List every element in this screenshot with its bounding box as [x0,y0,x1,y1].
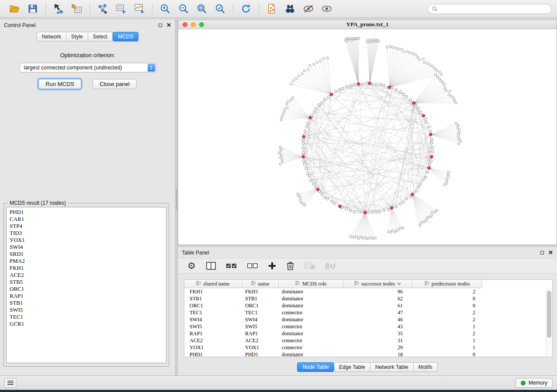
mcds-node-item[interactable]: ACE2 [10,272,163,279]
cell-predecessor-nodes: 1 [412,344,482,351]
column-header-mcds-role[interactable]: MCDS role [279,280,343,288]
criterion-select[interactable]: largest connected component (undirected)… [20,63,156,72]
mcds-node-item[interactable]: SWI4 [10,244,163,251]
open-folder-icon[interactable] [8,2,21,15]
eye-slash-icon[interactable] [302,2,315,15]
network-window-titlebar[interactable]: YPA_prune.txt_1 [178,20,557,29]
tab-mcds[interactable]: MCDS [113,32,138,41]
column-header-predecessor-nodes[interactable]: predecessor nodes [412,280,482,288]
float-panel-icon[interactable] [159,24,162,27]
tab-motifs[interactable]: Motifs [414,362,438,372]
mcds-node-item[interactable]: RAP1 [10,292,163,299]
minimize-window-icon[interactable] [191,22,196,27]
document-share-icon[interactable] [265,2,278,15]
table-row[interactable]: TEC1TEC1connector472 [184,309,552,316]
control-panel-header: Control Panel ✕ [0,20,175,31]
mcds-node-item[interactable]: STB1 [10,299,163,306]
mcds-result-list[interactable]: PHD1CAR1STP4TID3YOX1SWI4SRD1PMA2FKH1ACE2… [6,207,166,363]
delete-column-icon[interactable] [287,261,294,271]
add-column-icon[interactable] [268,261,276,271]
zoom-out-icon[interactable] [177,2,190,15]
mcds-node-item[interactable]: CAR1 [10,216,163,223]
table-row[interactable]: SWI5SWI5connector431 [184,323,552,330]
cell-shared-name: ORC1 [184,303,242,309]
chevron-down-icon[interactable] [397,282,401,285]
toolbar-separator [259,3,259,14]
mcds-node-item[interactable]: SWI5 [10,306,163,313]
import-table-icon[interactable] [70,2,83,15]
mcds-node-item[interactable]: PHD1 [10,209,163,216]
network-window-title: YPA_prune.txt_1 [346,21,389,28]
tab-network[interactable]: Network [37,32,66,41]
zoom-in-icon[interactable] [159,2,172,15]
cell-name: SWI5 [242,323,279,330]
mcds-node-item[interactable]: STP4 [10,223,163,230]
deselect-all-icon[interactable] [247,261,258,271]
float-table-panel-icon[interactable] [540,251,544,254]
memory-button[interactable]: Memory [515,378,553,388]
cell-predecessor-nodes: 0 [412,303,482,309]
table-row[interactable]: SWI4SWI4dominator462 [184,316,552,323]
settings-gear-icon[interactable]: ⚙ [187,261,196,271]
toolbar-separator [152,3,152,14]
mcds-node-item[interactable]: GCR1 [10,320,163,327]
mcds-node-item[interactable]: FKH1 [10,265,163,272]
export-network-icon[interactable] [96,2,109,15]
cell-name: ACE2 [242,337,279,344]
network-canvas[interactable] [178,29,557,244]
tab-node-table[interactable]: Node Table [297,362,334,372]
mcds-node-item[interactable]: STB5 [10,279,163,285]
export-table-icon[interactable] [114,2,128,15]
export-image-icon[interactable] [133,2,146,15]
mcds-node-item[interactable]: ORC1 [10,285,163,292]
table-row[interactable]: RAP1RAP1dominator352 [184,330,552,337]
table-row[interactable]: ACE2ACE2connector311 [184,337,552,344]
tab-network-table[interactable]: Network Table [370,362,414,372]
eye-icon[interactable] [320,2,333,15]
column-header-name[interactable]: name [242,280,279,288]
zoom-selected-icon[interactable] [214,2,227,15]
cell-shared-name: FKH1 [184,289,242,295]
mcds-node-item[interactable]: TEC1 [10,313,163,320]
mcds-node-item[interactable]: SRD1 [10,251,163,258]
table-scrollbar[interactable] [546,288,552,357]
cell-successor-nodes: 31 [343,337,412,344]
table-row[interactable]: PHD1PHD1dominator180 [184,351,552,357]
cell-successor-nodes: 18 [343,351,412,358]
close-panel-icon[interactable]: ✕ [166,23,171,28]
search-box[interactable] [428,4,552,14]
search-input[interactable] [440,6,547,12]
column-header-successor-nodes[interactable]: successor nodes [343,280,412,288]
table-row[interactable]: FKH1FKH1dominator962 [184,288,552,295]
mcds-node-item[interactable]: YOX1 [10,237,163,244]
maximize-window-icon[interactable] [199,22,204,27]
split-columns-icon[interactable] [206,261,216,271]
table-row[interactable]: STB1STB1dominator620 [184,295,552,302]
close-panel-button[interactable]: Close panel [93,79,137,89]
control-panel-buttons: Run MCDS Close panel [0,79,175,89]
close-table-panel-icon[interactable]: ✕ [548,251,553,255]
panel-list-button[interactable] [4,378,16,388]
tab-edge-table[interactable]: Edge Table [334,362,370,372]
cell-predecessor-nodes: 2 [412,289,482,295]
mcds-node-item[interactable]: TID3 [10,230,163,237]
select-all-icon[interactable] [226,261,237,271]
run-mcds-button[interactable]: Run MCDS [38,79,81,89]
import-network-icon[interactable] [52,2,65,15]
save-icon[interactable] [26,2,39,15]
table-row[interactable]: YOX1YOX1connector291 [184,344,552,351]
binoculars-icon[interactable] [284,2,297,15]
mcds-node-item[interactable]: PMA2 [10,258,163,265]
cell-mcds-role: connector [279,337,343,344]
refresh-icon[interactable] [239,2,253,15]
cell-predecessor-nodes: 1 [412,337,482,344]
scrollbar-thumb[interactable] [547,291,551,338]
table-row[interactable]: ORC1ORC1dominator610 [184,302,552,309]
cell-shared-name: ACE2 [184,337,242,344]
tab-style[interactable]: Style [66,32,88,41]
network-graph[interactable] [178,29,557,244]
close-window-icon[interactable] [183,22,187,27]
column-header-shared-name[interactable]: shared name [184,280,242,288]
tab-select[interactable]: Select [88,32,113,41]
zoom-fit-icon[interactable] [195,2,208,15]
